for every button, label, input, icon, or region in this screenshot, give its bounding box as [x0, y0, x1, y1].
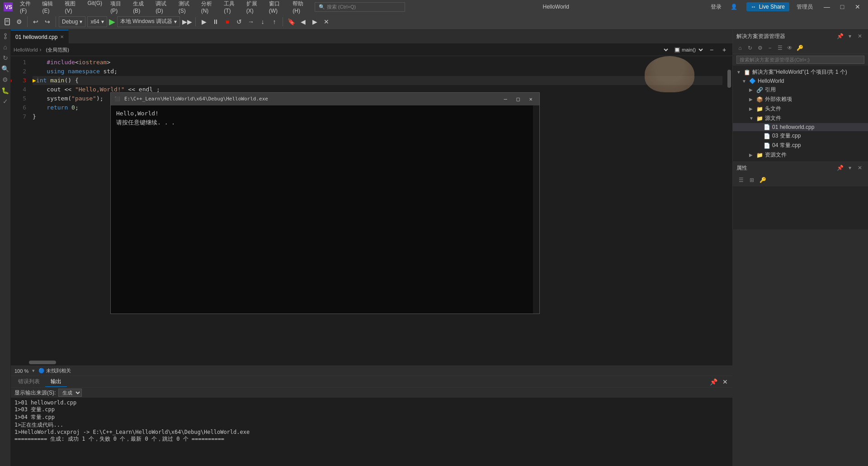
sidebar-git-icon[interactable]: [1, 32, 10, 41]
continue-button[interactable]: ▶: [198, 16, 209, 27]
bottom-scrollbar[interactable]: [11, 359, 732, 366]
maximize-button[interactable]: □: [835, 2, 849, 11]
bookmark-button[interactable]: 🔖: [286, 16, 297, 27]
tree-const-label: 04 常量.cpp: [772, 142, 801, 149]
play-button[interactable]: ▶: [109, 17, 115, 27]
tree-header-files[interactable]: ▶ 📁 头文件: [733, 104, 868, 114]
terminal-close-button[interactable]: ✕: [526, 95, 536, 103]
editor-scrollbar[interactable]: [726, 56, 732, 359]
menu-tools[interactable]: 工具(T): [220, 0, 241, 15]
menu-edit[interactable]: 编辑(E): [38, 0, 60, 15]
output-pin-button[interactable]: 📌: [708, 376, 719, 387]
menu-test[interactable]: 测试(S): [175, 0, 197, 15]
menu-build[interactable]: 生成(B): [129, 0, 151, 15]
menu-analyze[interactable]: 分析(N): [198, 0, 220, 15]
sidebar-test-icon[interactable]: ✓: [1, 97, 10, 106]
zoom-dropdown-icon[interactable]: ▾: [32, 368, 35, 374]
tree-file-var[interactable]: 📄 03 变量.cpp: [733, 131, 868, 141]
tree-references[interactable]: ▶ 🔗 引用: [733, 85, 868, 95]
tree-external-deps[interactable]: ▶ 📦 外部依赖项: [733, 95, 868, 104]
menu-window[interactable]: 窗口(W): [265, 0, 288, 15]
source-select[interactable]: 生成: [58, 389, 82, 397]
menu-bar: 文件(F) 编辑(E) 视图(V) Git(G) 项目(P) 生成(B) 调试(…: [16, 0, 311, 15]
new-file-button[interactable]: [2, 16, 13, 27]
func-select[interactable]: 🔲 main(): [671, 46, 704, 54]
settings-button[interactable]: ⚙: [14, 16, 24, 27]
prev-bookmark-button[interactable]: ◀: [297, 16, 308, 27]
se-pin-button[interactable]: 📌: [835, 32, 844, 41]
tree-file-helloworld[interactable]: 📄 01 helloworld.cpp: [733, 123, 868, 131]
tree-resource-files[interactable]: ▶ 📁 资源文件: [733, 150, 868, 160]
se-key-icon[interactable]: 🔑: [795, 43, 804, 52]
tree-file-const[interactable]: 📄 04 常量.cpp: [733, 141, 868, 150]
se-view-icon[interactable]: 👁: [785, 43, 794, 52]
stop-button[interactable]: ■: [222, 16, 233, 27]
prop-close-button[interactable]: ✕: [855, 163, 864, 172]
sidebar-debug-icon[interactable]: 🐛: [1, 86, 10, 95]
clear-bookmarks-button[interactable]: ✕: [321, 16, 332, 27]
menu-extensions[interactable]: 扩展(X): [243, 0, 264, 15]
prop-categorized-icon[interactable]: ⊞: [747, 176, 756, 185]
code-line-2: using namespace std;: [33, 67, 722, 76]
scope-select[interactable]: (全局范围): [43, 46, 670, 54]
next-bookmark-button[interactable]: ▶: [309, 16, 320, 27]
step-into-button[interactable]: ↓: [257, 16, 268, 27]
arch-dropdown[interactable]: x64 ▾: [87, 16, 107, 27]
run-dropdown[interactable]: 本地 Windows 调试器 ▾: [117, 16, 180, 27]
search-box[interactable]: 🔍 搜索 (Ctrl+Q): [315, 2, 405, 12]
sidebar-settings-icon[interactable]: ⚙: [1, 75, 10, 84]
tab-close-icon[interactable]: ✕: [60, 34, 64, 39]
sidebar-search-icon[interactable]: 🔍: [1, 64, 10, 73]
tab-error-list[interactable]: 错误列表: [13, 377, 45, 386]
terminal-titlebar: ⬛ E:\C++_Learn\HelloWorld\x64\Debug\Hell…: [111, 93, 539, 105]
expand-button[interactable]: +: [719, 44, 730, 55]
step-over-button[interactable]: →: [245, 16, 256, 27]
terminal-maximize-button[interactable]: □: [513, 95, 523, 103]
se-search-area: [733, 54, 868, 66]
menu-help[interactable]: 帮助(H): [289, 0, 311, 15]
minimize-button[interactable]: —: [820, 2, 834, 11]
se-refresh-icon[interactable]: ↻: [745, 43, 755, 52]
se-search-input[interactable]: [736, 56, 864, 64]
tab-output[interactable]: 输出: [45, 377, 67, 387]
run-all-button[interactable]: ▶▶: [182, 16, 193, 27]
menu-debug[interactable]: 调试(D): [152, 0, 174, 15]
se-filter-icon[interactable]: ⚙: [755, 43, 764, 52]
h-scrollbar-thumb[interactable]: [29, 361, 56, 364]
prop-list-icon[interactable]: ☰: [736, 176, 745, 185]
tree-source-files[interactable]: ▼ 📁 源文件: [733, 114, 868, 123]
se-options-button[interactable]: ▾: [845, 32, 854, 41]
menu-view[interactable]: 视图(V): [61, 0, 83, 15]
se-home-icon[interactable]: ⌂: [736, 43, 745, 52]
sidebar-home-icon[interactable]: ⌂: [1, 43, 10, 52]
tree-solution[interactable]: ▼ 📋 解决方案"HelloWorld"(1 个项目/共 1 个): [733, 67, 868, 77]
pause-button[interactable]: ⏸: [210, 16, 221, 27]
prop-icons: ☰ ⊞ 🔑: [733, 174, 868, 186]
terminal-scrollbar[interactable]: [533, 105, 539, 314]
output-close-button[interactable]: ✕: [720, 376, 731, 387]
tree-project[interactable]: ▼ 🔷 HelloWorld: [733, 77, 868, 85]
login-button[interactable]: 登录: [707, 2, 725, 12]
prop-pin-button[interactable]: 📌: [835, 163, 844, 172]
redo-button[interactable]: ↪: [42, 16, 53, 27]
restart-button[interactable]: ↺: [234, 16, 245, 27]
editor-tab-helloworld[interactable]: 01 helloworld.cpp ✕: [11, 30, 69, 43]
prop-options-button[interactable]: ▾: [845, 163, 854, 172]
debug-mode-dropdown[interactable]: Debug ▾: [59, 16, 85, 27]
se-close-button[interactable]: ✕: [855, 32, 864, 41]
step-out-button[interactable]: ↑: [269, 16, 280, 27]
menu-file[interactable]: 文件(F): [16, 0, 38, 15]
live-share-button[interactable]: ↔ Live Share: [746, 2, 789, 11]
terminal-minimize-button[interactable]: —: [500, 95, 510, 103]
admin-button[interactable]: 管理员: [793, 2, 816, 12]
close-button[interactable]: ✕: [851, 2, 864, 11]
menu-project[interactable]: 项目(P): [107, 0, 128, 15]
sidebar-refresh-icon[interactable]: ↻: [1, 53, 10, 62]
collapse-button[interactable]: −: [706, 44, 717, 55]
se-settings-icon[interactable]: ☰: [775, 43, 784, 52]
prop-key-icon[interactable]: 🔑: [758, 176, 767, 185]
scrollbar-thumb[interactable]: [727, 70, 731, 88]
undo-button[interactable]: ↩: [30, 16, 41, 27]
menu-git[interactable]: Git(G): [84, 0, 106, 15]
se-collapse-icon[interactable]: −: [765, 43, 774, 52]
